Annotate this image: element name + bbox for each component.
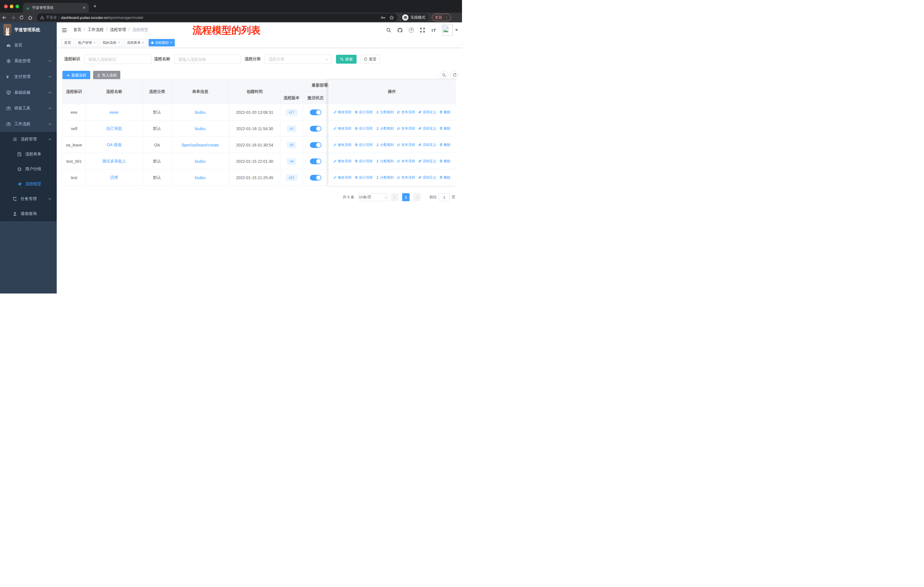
definition-clip-action-link[interactable]: 流程定义 [418, 142, 436, 147]
name-link[interactable]: 自己审批 [106, 126, 122, 131]
design-gear-action-link[interactable]: 设计流程 [355, 110, 373, 115]
category-select[interactable]: 流程分类 [265, 55, 332, 64]
assign-user-action-link[interactable]: 分配规则 [376, 175, 394, 180]
sidebar-item-monitor[interactable]: 基础设施 [0, 84, 57, 100]
browser-tab[interactable]: 芋道管理系统 ✕ [23, 3, 89, 13]
form-link[interactable]: /bpm/oa/leave/create [182, 143, 219, 147]
forward-icon[interactable] [8, 15, 17, 20]
new-tab-button[interactable]: + [93, 4, 97, 8]
design-gear-action-link[interactable]: 设计流程 [355, 159, 373, 164]
tag-close-icon[interactable]: × [93, 41, 96, 45]
design-gear-action-link[interactable]: 设计流程 [355, 175, 373, 180]
security-label[interactable]: 不安全 [46, 15, 57, 20]
sidebar-item-dashboard[interactable]: 首页 [0, 37, 57, 53]
import-process-button[interactable]: 导入流程 [93, 71, 120, 80]
design-gear-action-link[interactable]: 设计流程 [355, 142, 373, 147]
definition-clip-action-link[interactable]: 流程定义 [418, 110, 436, 115]
tag-close-icon[interactable]: × [142, 41, 144, 45]
breadcrumb-item[interactable]: 首页 [73, 27, 81, 32]
delete-action-link[interactable]: 删除 [439, 110, 450, 115]
search-icon[interactable] [386, 28, 391, 33]
assign-user-action-link[interactable]: 分配规则 [376, 159, 394, 164]
update-button[interactable]: 更新 ⋮ [432, 14, 451, 21]
font-size-icon[interactable]: ᴛT [431, 28, 436, 33]
definition-clip-action-link[interactable]: 流程定义 [418, 126, 436, 131]
publish-thumb-action-link[interactable]: 发布流程 [397, 142, 415, 147]
form-link[interactable]: biubiu [195, 175, 205, 180]
collapse-sidebar-icon[interactable] [62, 28, 67, 33]
traffic-close-button[interactable] [4, 5, 8, 8]
delete-action-link[interactable]: 删除 [439, 175, 450, 180]
edit-action-link[interactable]: 修改流程 [333, 142, 351, 147]
github-icon[interactable] [397, 28, 403, 33]
delete-action-link[interactable]: 删除 [439, 159, 450, 164]
edit-action-link[interactable]: 修改流程 [333, 110, 351, 115]
sidebar-item-group[interactable]: 用户分组 [0, 162, 57, 177]
definition-clip-action-link[interactable]: 流程定义 [418, 175, 436, 180]
active-toggle[interactable] [310, 175, 322, 180]
fullscreen-icon[interactable] [420, 28, 425, 33]
name-link[interactable]: 测试多审批人 [102, 159, 126, 164]
assign-user-action-link[interactable]: 分配规则 [376, 126, 394, 131]
process-key-input[interactable] [84, 55, 152, 64]
sidebar-item-send[interactable]: 流程模型 [0, 177, 57, 192]
edit-action-link[interactable]: 修改流程 [333, 159, 351, 164]
publish-thumb-action-link[interactable]: 发布流程 [397, 110, 415, 115]
help-icon[interactable]: ? [409, 28, 414, 33]
assign-user-action-link[interactable]: 分配规则 [376, 110, 394, 115]
tag-item[interactable]: 我的流程× [100, 39, 122, 46]
key-icon[interactable] [381, 15, 386, 20]
active-toggle[interactable] [310, 159, 322, 164]
current-page-button[interactable]: 1 [402, 193, 409, 201]
tag-active[interactable]: 流程模型× [148, 39, 175, 46]
active-toggle[interactable] [310, 126, 322, 132]
breadcrumb-item[interactable]: 工作流程 [87, 27, 104, 32]
bookmark-star-icon[interactable] [389, 15, 394, 20]
logo-row[interactable]: 芋道管理系统 [0, 22, 57, 37]
home-icon[interactable] [26, 15, 35, 20]
name-link[interactable]: OA 请假 [107, 142, 121, 147]
edit-action-link[interactable]: 修改流程 [333, 175, 351, 180]
address-bar[interactable]: 不安全 dashboard.yudao.iocoder.cn/bpm/manag… [37, 13, 398, 21]
goto-page-input[interactable] [439, 193, 450, 201]
delete-action-link[interactable]: 删除 [439, 126, 450, 131]
tag-close-icon[interactable]: × [118, 41, 120, 45]
toggle-search-button[interactable] [440, 71, 448, 79]
user-menu-caret-icon[interactable] [455, 29, 458, 31]
traffic-minimize-button[interactable] [10, 5, 13, 8]
sidebar-item-user[interactable]: 请假查询 [0, 207, 57, 221]
sidebar-item-briefcase[interactable]: 工作流程 [0, 116, 57, 132]
definition-clip-action-link[interactable]: 流程定义 [418, 159, 436, 164]
delete-action-link[interactable]: 删除 [439, 142, 450, 147]
traffic-zoom-button[interactable] [15, 5, 19, 8]
tag-close-icon[interactable]: × [170, 41, 172, 45]
tag-item[interactable]: 流程表单× [124, 39, 147, 46]
design-gear-action-link[interactable]: 设计流程 [355, 126, 373, 131]
prev-page-button[interactable] [391, 193, 398, 201]
back-icon[interactable] [0, 15, 8, 20]
publish-thumb-action-link[interactable]: 发布流程 [397, 175, 415, 180]
tab-close-icon[interactable]: ✕ [82, 5, 86, 10]
edit-action-link[interactable]: 修改流程 [333, 126, 351, 131]
create-process-button[interactable]: 新建流程 [63, 71, 90, 80]
form-link[interactable]: biubiu [195, 159, 205, 164]
reload-icon[interactable] [17, 15, 26, 20]
refresh-table-button[interactable] [450, 71, 459, 79]
sidebar-item-yen[interactable]: ¥支付管理 [0, 69, 57, 84]
sidebar-item-flow[interactable]: 任务管理 [0, 192, 57, 207]
publish-thumb-action-link[interactable]: 发布流程 [397, 126, 415, 131]
form-link[interactable]: biubiu [195, 110, 205, 115]
avatar[interactable] [442, 25, 453, 36]
process-name-input[interactable] [175, 55, 241, 64]
page-size-select[interactable]: 10条/页 [359, 193, 387, 201]
publish-thumb-action-link[interactable]: 发布流程 [397, 159, 415, 164]
search-button[interactable]: 搜索 [336, 55, 356, 64]
breadcrumb-item[interactable]: 流程管理 [110, 27, 126, 32]
browser-menu-icon[interactable]: ⋮ [444, 15, 448, 20]
active-toggle[interactable] [310, 142, 322, 148]
tag-item[interactable]: 首页 [61, 39, 74, 46]
active-toggle[interactable] [310, 109, 322, 115]
sidebar-item-toolbox[interactable]: 研发工具 [0, 100, 57, 116]
sidebar-item-gear[interactable]: 系统管理 [0, 53, 57, 69]
name-link[interactable]: 滔博 [110, 175, 118, 180]
